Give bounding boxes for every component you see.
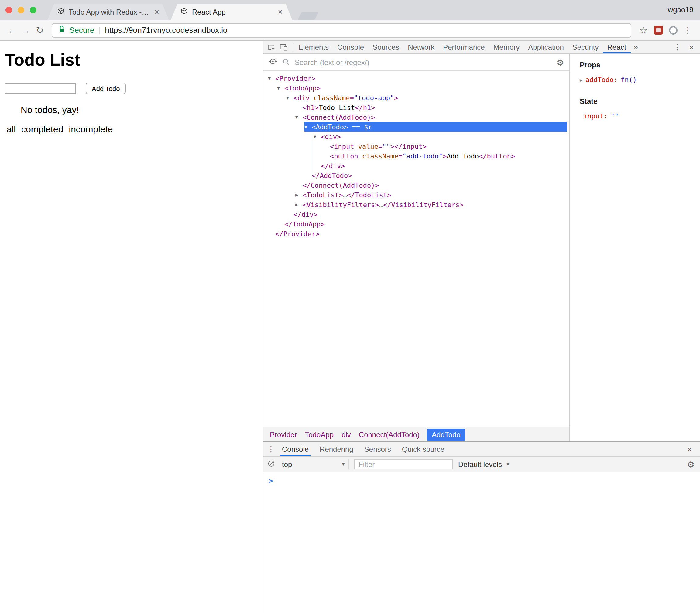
- forward-icon[interactable]: →: [19, 26, 33, 35]
- drawer-tab-quick-source[interactable]: Quick source: [396, 442, 450, 456]
- browser-menu-icon[interactable]: ⋮: [680, 26, 695, 35]
- drawer-tab-rendering[interactable]: Rendering: [314, 442, 359, 456]
- expand-arrow-icon[interactable]: ▸: [580, 77, 583, 83]
- back-icon[interactable]: ←: [5, 26, 19, 35]
- tree-row[interactable]: </div>: [263, 161, 569, 171]
- breadcrumb-todoapp[interactable]: TodoApp: [305, 430, 334, 439]
- tree-row[interactable]: ▾<div>: [263, 132, 569, 142]
- javascript-context-select[interactable]: top ▼: [281, 459, 349, 469]
- new-tab-button[interactable]: [297, 12, 319, 20]
- expand-arrow-icon[interactable]: ▸: [295, 201, 303, 208]
- devtools-tab-elements[interactable]: Elements: [294, 41, 333, 53]
- content-area: Todo List Add Todo No todos, yay! allcom…: [0, 41, 700, 613]
- tree-row[interactable]: ▸<TodoList>…</TodoList>: [263, 190, 569, 200]
- devtools-tab-network[interactable]: Network: [404, 41, 439, 53]
- devtools-menu-icon[interactable]: ⋮: [669, 42, 685, 52]
- extension-icon[interactable]: [654, 26, 663, 35]
- filter-all[interactable]: all: [7, 124, 16, 134]
- tree-row[interactable]: </TodoApp>: [263, 219, 569, 229]
- tree-row[interactable]: <button className="add-todo">Add Todo</b…: [263, 151, 569, 161]
- extension-circle-icon[interactable]: [669, 26, 677, 34]
- collapse-arrow-icon[interactable]: ▾: [314, 134, 321, 140]
- tree-row[interactable]: </AddTodo>: [263, 171, 569, 180]
- react-search-input[interactable]: [295, 58, 551, 66]
- reload-icon[interactable]: ↻: [33, 26, 47, 35]
- add-todo-button[interactable]: Add Todo: [86, 82, 126, 94]
- code-token: </AddTodo>: [312, 171, 352, 180]
- tab-strip: Todo App with Redux - CodeS × React App …: [0, 0, 700, 20]
- inspect-element-icon[interactable]: [266, 43, 278, 51]
- device-toolbar-icon[interactable]: [278, 43, 290, 51]
- drawer-tab-sensors[interactable]: Sensors: [359, 442, 396, 456]
- browser-tab-todo-app[interactable]: Todo App with Redux - CodeS ×: [47, 4, 169, 20]
- code-token: </div>: [293, 210, 318, 218]
- secure-lock-icon[interactable]: [58, 25, 65, 36]
- collapse-arrow-icon[interactable]: ▾: [304, 124, 312, 130]
- devtools-tab-application[interactable]: Application: [524, 41, 568, 53]
- tree-row[interactable]: ▾<Connect(AddTodo)>: [263, 112, 569, 122]
- state-key: input:: [583, 112, 608, 120]
- tree-row[interactable]: ▸<VisibilityFilters>…</VisibilityFilters…: [263, 200, 569, 209]
- drawer-close-icon[interactable]: ×: [682, 444, 698, 454]
- tree-row[interactable]: ▾<Provider>: [263, 74, 569, 83]
- tree-row[interactable]: </Connect(AddTodo)>: [263, 180, 569, 190]
- collapse-arrow-icon[interactable]: ▾: [268, 75, 275, 81]
- tab-title: React App: [192, 8, 274, 16]
- devtools-drawer: ⋮ ConsoleRenderingSensorsQuick source × …: [263, 442, 700, 613]
- console-filter-input[interactable]: [354, 459, 453, 469]
- code-token: == $r: [348, 123, 372, 131]
- react-settings-gear-icon[interactable]: ⚙: [556, 58, 564, 66]
- filter-incomplete[interactable]: incomplete: [69, 124, 113, 134]
- state-row[interactable]: input: "": [580, 112, 695, 120]
- address-bar[interactable]: Secure | https://9on71rvnyo.codesandbox.…: [52, 23, 631, 37]
- log-levels-select[interactable]: Default levels ▼: [458, 460, 510, 469]
- devtools-tab-memory[interactable]: Memory: [489, 41, 524, 53]
- breadcrumb-connect-addtodo-[interactable]: Connect(AddTodo): [359, 430, 420, 439]
- devtools-close-icon[interactable]: ×: [685, 42, 698, 52]
- tree-row[interactable]: </div>: [263, 209, 569, 219]
- context-label: top: [282, 460, 292, 469]
- tree-indent-guide: [312, 132, 312, 180]
- devtools-tab-react[interactable]: React: [603, 41, 631, 53]
- breadcrumb-addtodo[interactable]: AddTodo: [428, 428, 465, 441]
- more-panels-icon[interactable]: »: [631, 42, 641, 52]
- collapse-arrow-icon[interactable]: ▾: [277, 85, 284, 91]
- browser-tab-react-app[interactable]: React App ×: [171, 4, 292, 20]
- console-settings-gear-icon[interactable]: ⚙: [687, 460, 696, 469]
- devtools-tab-sources[interactable]: Sources: [368, 41, 404, 53]
- bookmark-star-icon[interactable]: ☆: [636, 26, 651, 35]
- filter-completed[interactable]: completed: [21, 124, 63, 134]
- clear-console-icon[interactable]: [267, 459, 275, 470]
- tree-row[interactable]: ▾<div className="todo-app">: [263, 93, 569, 103]
- breadcrumb-div[interactable]: div: [342, 430, 351, 439]
- profile-name[interactable]: wgao19: [668, 5, 693, 14]
- expand-arrow-icon[interactable]: ▸: [295, 192, 303, 198]
- collapse-arrow-icon[interactable]: ▾: [286, 95, 293, 101]
- devtools-tab-console[interactable]: Console: [333, 41, 368, 53]
- drawer-tab-console[interactable]: Console: [277, 442, 314, 456]
- prop-row[interactable]: ▸ addTodo: fn(): [580, 76, 695, 84]
- toolbar-separator: [292, 43, 292, 51]
- todo-text-input[interactable]: [5, 83, 76, 93]
- tab-close-icon[interactable]: ×: [155, 8, 159, 16]
- window-zoom-button[interactable]: [30, 7, 37, 13]
- code-token: </button>: [479, 152, 515, 160]
- tree-row[interactable]: <input value=""></input>: [263, 142, 569, 151]
- devtools-tab-security[interactable]: Security: [568, 41, 603, 53]
- tree-row[interactable]: </Provider>: [263, 229, 569, 239]
- tree-row[interactable]: ▾<AddTodo> == $r: [263, 122, 569, 132]
- drawer-menu-icon[interactable]: ⋮: [266, 444, 277, 454]
- collapse-arrow-icon[interactable]: ▾: [295, 114, 303, 120]
- tree-row[interactable]: <h1>Todo List</h1>: [263, 103, 569, 112]
- select-react-element-icon[interactable]: [269, 57, 277, 68]
- code-token: className: [362, 152, 398, 160]
- code-token: <h1>: [303, 104, 319, 112]
- devtools-tab-performance[interactable]: Performance: [439, 41, 489, 53]
- window-minimize-button[interactable]: [17, 7, 24, 13]
- prop-value: fn(): [621, 76, 637, 84]
- tree-row[interactable]: ▾<TodoApp>: [263, 83, 569, 93]
- console-input-area[interactable]: >: [263, 472, 700, 613]
- breadcrumb-provider[interactable]: Provider: [270, 430, 297, 439]
- window-close-button[interactable]: [5, 7, 12, 13]
- tab-close-icon[interactable]: ×: [278, 8, 282, 16]
